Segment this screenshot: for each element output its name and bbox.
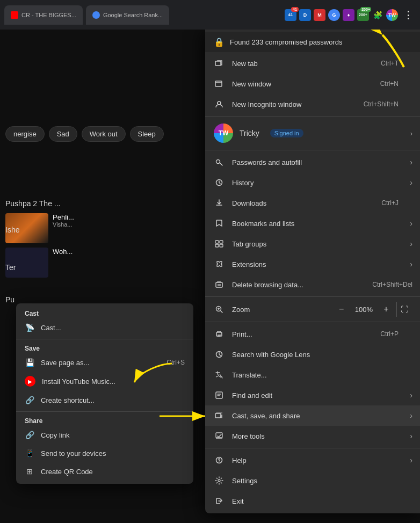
copy-link-icon: 🔗 — [25, 430, 34, 440]
chip-workout[interactable]: Work out — [82, 126, 126, 142]
extensions-label: Extensions — [232, 260, 266, 268]
video-item-woh[interactable]: Woh... — [0, 245, 183, 280]
menu-new-tab[interactable]: New tab Ctrl+T — [205, 53, 420, 74]
menu-print[interactable]: Print... Ctrl+P — [205, 324, 420, 344]
ext-icon-tw[interactable]: TW — [386, 9, 398, 21]
context-menu-left: Cast 📡 Cast... Save 💾 Save page as... Ct… — [16, 303, 193, 484]
tab-2[interactable]: Google Search Rank... — [86, 5, 169, 25]
svg-rect-2 — [215, 81, 222, 86]
security-icon: 🔒 — [214, 37, 225, 47]
ctx-item-send-devices[interactable]: 📱 Send to your devices — [16, 444, 193, 462]
zoom-label: Zoom — [232, 306, 334, 314]
tab-area: CR - THE BIGGES... Google Search Rank... — [4, 5, 280, 25]
more-tools-icon — [214, 431, 225, 441]
menu-translate[interactable]: Translate... — [205, 365, 420, 385]
menu-divider-1 — [205, 116, 420, 117]
tab-groups-arrow: › — [410, 239, 412, 248]
menu-new-window[interactable]: New window Ctrl+N — [205, 74, 420, 94]
ext-icon-d[interactable]: D — [299, 9, 311, 21]
new-tab-label: New tab — [232, 60, 258, 68]
zoom-plus-button[interactable]: + — [378, 302, 394, 317]
create-shortcut-icon: 🔗 — [25, 395, 34, 405]
video-item-animal[interactable]: Pehli... Visha... — [0, 211, 183, 245]
ctx-item-cast[interactable]: 📡 Cast... — [16, 318, 193, 337]
ext-icon-m[interactable]: M — [314, 9, 325, 21]
menu-passwords[interactable]: Passwords and autofill › — [205, 152, 420, 172]
find-edit-label: Find and edit — [232, 391, 272, 399]
ctx-section-cast: Cast — [16, 307, 193, 318]
ext-icon-200[interactable]: 200+ 200+ — [357, 9, 369, 21]
ext-icon-g[interactable]: G — [328, 9, 340, 21]
security-bar[interactable]: 🔒 Found 233 compromised passwords — [205, 32, 420, 53]
chip-sad[interactable]: Sad — [49, 126, 77, 142]
more-button[interactable]: ⋮ — [401, 8, 416, 23]
menu-incognito[interactable]: New Incognito window Ctrl+Shift+N — [205, 94, 420, 114]
animal-info: Pehli... Visha... — [53, 213, 74, 228]
svg-rect-8 — [215, 241, 219, 243]
zoom-control: Zoom − 100% + ⛶ — [205, 299, 420, 320]
send-devices-icon: 📱 — [25, 448, 34, 458]
print-label: Print... — [232, 330, 252, 338]
more-tools-label: More tools — [232, 432, 265, 440]
ctx-divider-2 — [16, 411, 193, 412]
menu-cast-save-share[interactable]: Cast, save, and share › — [205, 405, 420, 426]
menu-settings[interactable]: Settings — [205, 470, 420, 491]
translate-icon — [214, 369, 225, 380]
find-edit-arrow: › — [410, 391, 412, 399]
video-list: Pushpa 2 The ... Pehli... Visha... Woh..… — [0, 196, 183, 280]
tab-groups-icon — [214, 238, 225, 249]
woh-title: Woh... — [53, 248, 73, 256]
ext-icon-41[interactable]: 41 41 — [285, 9, 296, 21]
browser-chrome: CR - THE BIGGES... Google Search Rank...… — [0, 0, 420, 30]
svg-rect-1 — [215, 61, 221, 66]
profile-arrow: › — [410, 129, 412, 137]
zoom-minus-button[interactable]: − — [334, 302, 350, 317]
menu-delete-browsing[interactable]: Delete browsing data... Ctrl+Shift+Del — [205, 274, 420, 295]
menu-downloads[interactable]: Downloads Ctrl+J — [205, 193, 420, 213]
browser-menu: 🔒 Found 233 compromised passwords New ta… — [205, 30, 420, 513]
delete-browsing-label: Delete browsing data... — [232, 281, 303, 289]
print-icon — [214, 329, 225, 339]
cast-save-share-label: Cast, save, and share — [232, 412, 300, 420]
ctx-item-shortcut[interactable]: 🔗 Create shortcut... — [16, 391, 193, 409]
label-ishe: Ishe — [5, 226, 19, 234]
zoom-icon — [214, 304, 225, 315]
chip-nergise[interactable]: nergise — [5, 126, 45, 142]
menu-exit[interactable]: Exit — [205, 491, 420, 511]
menu-bookmarks[interactable]: Bookmarks and lists › — [205, 213, 420, 234]
menu-google-lens[interactable]: Search with Google Lens — [205, 344, 420, 365]
help-arrow: › — [410, 456, 412, 464]
yt-music-icon: ▶ — [25, 376, 35, 387]
signed-in-badge: Signed in — [270, 129, 303, 137]
tab-1[interactable]: CR - THE BIGGES... — [4, 5, 83, 25]
menu-more-tools[interactable]: More tools › — [205, 426, 420, 446]
chip-sleep[interactable]: Sleep — [130, 126, 164, 142]
ctx-item-save-page[interactable]: 💾 Save page as... Ctrl+S — [16, 353, 193, 372]
ctx-item-qr-code[interactable]: ⊞ Create QR Code — [16, 462, 193, 481]
menu-find-edit[interactable]: Find and edit › — [205, 385, 420, 405]
label-ter: Ter — [5, 263, 16, 272]
ext-icon-gem[interactable]: ♦ — [343, 9, 354, 21]
profile-name: Tricky — [240, 129, 259, 137]
menu-divider-5 — [205, 448, 420, 448]
cast-save-share-icon — [214, 410, 225, 421]
profile-section[interactable]: TW Tricky Signed in › — [205, 118, 420, 148]
woh-thumbnail — [5, 248, 48, 278]
animal-sub: Visha... — [53, 221, 74, 228]
tab-groups-label: Tab groups — [232, 240, 266, 248]
zoom-fullscreen-button[interactable]: ⛶ — [396, 302, 411, 317]
menu-help[interactable]: Help › — [205, 450, 420, 470]
print-shortcut: Ctrl+P — [380, 330, 399, 338]
save-page-shortcut: Ctrl+S — [166, 359, 185, 366]
ext-icon-puzzle[interactable]: 🧩 — [372, 9, 383, 21]
exit-icon — [214, 496, 225, 506]
settings-label: Settings — [232, 477, 257, 485]
ctx-item-copy-link[interactable]: 🔗 Copy link — [16, 426, 193, 444]
chip-nergise-label: nergise — [13, 130, 37, 138]
settings-icon — [214, 475, 225, 486]
ctx-item-yt-music[interactable]: ▶ Install YouTube Music... — [16, 372, 193, 391]
menu-history[interactable]: History › — [205, 172, 420, 193]
menu-tab-groups[interactable]: Tab groups › — [205, 234, 420, 254]
menu-extensions[interactable]: Extensions › — [205, 254, 420, 274]
new-window-label: New window — [232, 80, 271, 88]
